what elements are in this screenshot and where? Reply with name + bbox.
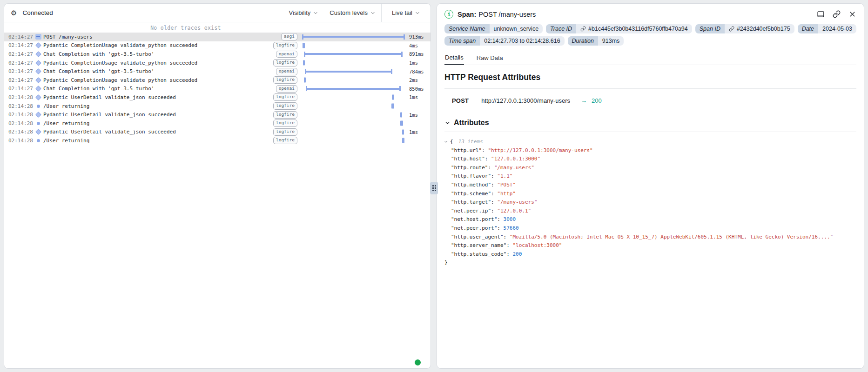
trace-row-name: /User returning: [43, 103, 276, 109]
scope-tag-badge: logfire: [273, 102, 297, 110]
custom-levels-dropdown-button[interactable]: Custom levels: [324, 4, 381, 22]
attribute-key: "net.peer.ip": [451, 208, 491, 214]
attribute-value: "Mozilla/5.0 (Macintosh; Intel Mac OS X …: [510, 234, 833, 240]
trace-row[interactable]: 02:14:28 /User returning logfire: [4, 136, 431, 145]
trace-row[interactable]: 02:14:27 Chat Completion with 'gpt-3.5-t…: [4, 50, 431, 59]
badge-value-text: #b1c445ef3b0b43116df5760ffb470a94: [588, 26, 688, 32]
trace-row-timestamp: 02:14:28: [4, 94, 33, 100]
link-icon[interactable]: [580, 26, 586, 32]
panel-bottom-icon: [817, 10, 825, 18]
attribute-entry: "http.host": "127.0.0.1:3000": [451, 155, 856, 164]
http-request-attributes-heading: HTTP Request Attributes: [444, 65, 856, 89]
scope-tag-badge: openai: [276, 68, 297, 75]
attribute-value: 57660: [504, 225, 519, 231]
trace-row[interactable]: 02:14:27 Pydantic CompletionUsage valida…: [4, 41, 431, 50]
attribute-entry: "http.target": "/many-users": [451, 198, 856, 207]
trace-rows: 02:14:27 POST /many-users asgi 913ms 02:…: [4, 33, 431, 145]
attribute-key: "http.server_name": [451, 242, 506, 248]
span-title: Span:POST /many-users: [458, 11, 536, 18]
trace-row[interactable]: 02:14:28 /User returning logfire: [4, 119, 431, 128]
span-meta-badge: Span ID #2432d40ef5b0b175: [695, 24, 794, 33]
span-meta-badge: Time span 02:14:27.703 to 02:14:28.616: [444, 36, 565, 46]
trace-row[interactable]: 02:14:27 POST /many-users asgi 913ms: [4, 33, 431, 41]
span-meta-badge: Date 2024-05-03: [798, 24, 856, 33]
attribute-value: "localhost:3000": [512, 242, 562, 248]
attribute-entry: "net.peer.port": 57660: [451, 224, 856, 233]
attributes-section-heading[interactable]: Attributes: [444, 119, 856, 132]
chevron-down-icon: [370, 10, 376, 16]
trace-row[interactable]: 02:14:28 Pydantic UserDetail validate_js…: [4, 110, 431, 119]
trace-row[interactable]: 02:14:27 Chat Completion with 'gpt-3.5-t…: [4, 67, 431, 76]
attribute-value: "http://127.0.0.1:3000/many-users": [488, 147, 592, 153]
trace-row-timestamp: 02:14:27: [4, 60, 33, 66]
trace-row-timestamp: 02:14:28: [4, 103, 33, 109]
trace-row[interactable]: 02:14:28 Pydantic UserDetail validate_js…: [4, 128, 431, 137]
badge-value: #2432d40ef5b0b175: [725, 24, 794, 33]
trace-row-timestamp: 02:14:27: [4, 68, 33, 74]
trace-row-duration: 891ms: [405, 51, 431, 57]
trace-row[interactable]: 02:14:28 /User returning logfire: [4, 102, 431, 111]
settings-gear-button[interactable]: ⚙: [10, 8, 18, 17]
scope-tag-badge: logfire: [273, 128, 297, 136]
trace-row-duration: 1ms: [405, 60, 431, 66]
duration-bar: [391, 104, 394, 109]
info-icon: i: [444, 10, 453, 19]
trace-row[interactable]: 02:14:27 Pydantic CompletionUsage valida…: [4, 59, 431, 67]
duration-bar: [305, 71, 393, 73]
status-code: 200: [592, 97, 602, 104]
duration-bar: [302, 36, 405, 38]
attribute-value: 200: [512, 251, 522, 257]
attribute-key: "http.target": [451, 199, 491, 205]
duration-bar-track: [302, 136, 405, 145]
attribute-value: "/many-users": [497, 199, 537, 205]
badge-value-text: unknown_service: [494, 26, 539, 32]
duration-bar-track: [302, 59, 405, 67]
trace-row-duration: 4ms: [405, 43, 431, 48]
json-entries: "http.url": "http://127.0.0.1:3000/many-…: [444, 146, 856, 259]
span-meta-badge: Trace ID #b1c445ef3b0b43116df5760ffb470a…: [546, 24, 692, 33]
visibility-dropdown-button[interactable]: Visibility: [283, 4, 324, 22]
link-icon: [833, 10, 841, 18]
scope-tag-badge: logfire: [273, 120, 297, 127]
diamond-span-icon: [33, 128, 43, 137]
arrow-right-icon: →: [581, 97, 587, 104]
link-icon[interactable]: [729, 26, 734, 32]
attribute-key: "http.status_code": [451, 251, 506, 257]
diamond-span-icon: [33, 76, 43, 85]
panel-resize-handle[interactable]: [430, 182, 438, 194]
collapse-toggle-icon[interactable]: [33, 33, 43, 41]
logfire-live-view: ⚙ Connected Visibility Custom levels Liv…: [0, 0, 868, 372]
tab-raw-data[interactable]: Raw Data: [476, 52, 504, 65]
dock-panel-button[interactable]: [817, 10, 825, 18]
duration-bar: [400, 121, 403, 126]
trace-row-timestamp: 02:14:27: [4, 51, 33, 57]
live-tail-dropdown-button[interactable]: Live tail: [381, 4, 431, 22]
trace-row[interactable]: 02:14:27 Pydantic CompletionUsage valida…: [4, 76, 431, 85]
duration-bar-track: [302, 50, 405, 59]
trace-row-duration: 1ms: [405, 129, 431, 135]
trace-row-timestamp: 02:14:27: [4, 34, 33, 40]
close-panel-button[interactable]: [848, 10, 856, 18]
close-icon: [848, 10, 856, 18]
trace-row-timestamp: 02:14:28: [4, 138, 33, 144]
duration-bar-track: [302, 119, 405, 128]
duration-bar: [402, 129, 404, 134]
trace-row[interactable]: 02:14:28 Pydantic UserDetail validate_js…: [4, 93, 431, 102]
copy-link-button[interactable]: [833, 10, 841, 18]
trace-row-duration: 850ms: [405, 86, 431, 92]
trace-row[interactable]: 02:14:27 Chat Completion with 'gpt-3.5-t…: [4, 85, 431, 93]
scope-tag-badge: asgi: [281, 33, 297, 40]
attribute-entry: "http.url": "http://127.0.0.1:3000/many-…: [451, 146, 856, 155]
span-meta-badge: Service Name unknown_service: [444, 24, 543, 33]
trace-row-timestamp: 02:14:28: [4, 129, 33, 135]
collapse-toggle-icon[interactable]: [444, 140, 448, 144]
tab-details[interactable]: Details: [444, 52, 464, 65]
attribute-entry: "http.route": "/many-users": [451, 164, 856, 173]
badge-label: Duration: [568, 36, 598, 46]
trace-row-timestamp: 02:14:27: [4, 77, 33, 83]
duration-bar-track: [302, 85, 405, 93]
duration-bar: [392, 95, 394, 100]
badge-label: Service Name: [444, 24, 490, 33]
json-open-line: { 13 items: [444, 138, 856, 146]
trace-row-duration: 913ms: [405, 34, 431, 40]
